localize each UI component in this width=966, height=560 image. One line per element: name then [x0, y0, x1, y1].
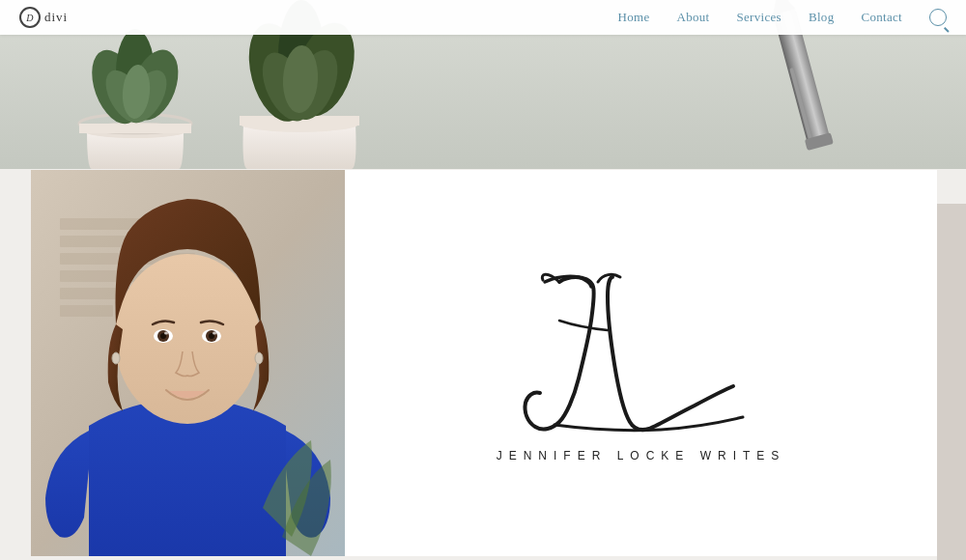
logo-letter: D	[26, 13, 34, 23]
nav-contact[interactable]: Contact	[861, 10, 902, 25]
svg-point-42	[213, 332, 216, 335]
brand-tagline-container: JENNIFER LOCKE WRITES	[497, 446, 786, 463]
right-edge-strip	[937, 204, 966, 560]
svg-point-44	[255, 352, 263, 364]
nav-blog[interactable]: Blog	[809, 10, 834, 25]
nav-services[interactable]: Services	[737, 10, 781, 25]
person-photo-svg	[31, 170, 345, 556]
site-header: D divi Home About Services Blog Contact	[0, 0, 966, 35]
nav-about[interactable]: About	[677, 10, 710, 25]
brand-tagline: JENNIFER LOCKE WRITES	[497, 449, 786, 462]
nav-home[interactable]: Home	[618, 10, 650, 25]
search-icon[interactable]	[929, 9, 947, 26]
svg-point-43	[112, 352, 120, 364]
logo-icon: D	[19, 7, 41, 28]
person-photo-panel	[31, 170, 345, 556]
svg-point-38	[164, 332, 168, 335]
logo-text: divi	[44, 10, 68, 25]
svg-rect-31	[60, 305, 113, 317]
site-logo[interactable]: D divi	[19, 7, 68, 28]
brand-signature-svg: .script { font-family: 'Georgia', serif;…	[506, 263, 777, 436]
svg-point-34	[115, 254, 260, 424]
main-nav: Home About Services Blog Contact	[618, 9, 947, 26]
brand-logo-panel: .script { font-family: 'Georgia', serif;…	[345, 170, 937, 556]
main-content: .script { font-family: 'Georgia', serif;…	[0, 35, 966, 560]
